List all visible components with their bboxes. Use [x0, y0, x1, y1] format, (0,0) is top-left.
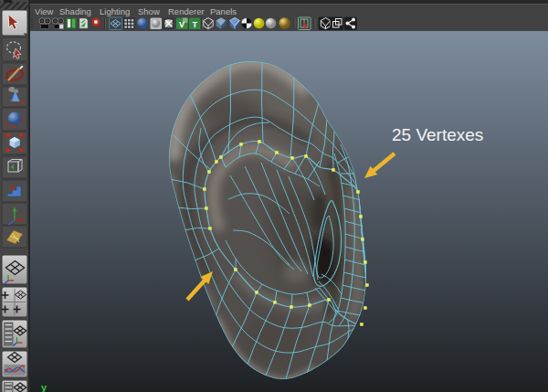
- svg-text:T: T: [193, 20, 198, 29]
- svg-text:V: V: [179, 20, 184, 29]
